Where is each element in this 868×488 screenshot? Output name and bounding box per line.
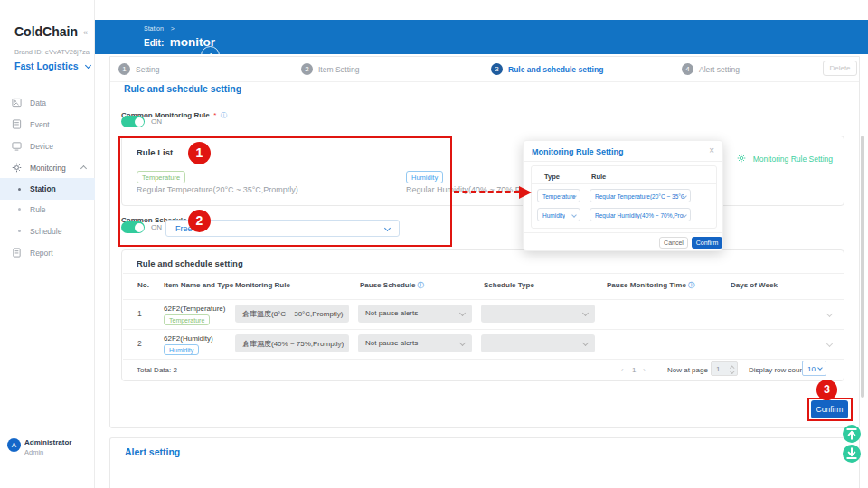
row-divider — [123, 329, 844, 330]
bullet-icon — [18, 188, 21, 191]
toggle-state-label: ON — [151, 117, 162, 126]
cell-item-name: 62F2(Humidity) — [164, 334, 213, 343]
breadcrumb: Station > — [144, 25, 175, 32]
col-header-rule: Monitoring Rule — [235, 281, 290, 289]
common-monitoring-rule-toggle[interactable] — [121, 116, 145, 127]
delete-button[interactable]: Delete — [823, 61, 857, 76]
step-1-label[interactable]: Setting — [136, 65, 159, 74]
user-role: Admin — [24, 448, 43, 456]
step-2-label[interactable]: Item Setting — [318, 65, 359, 74]
schedule-type-select[interactable] — [481, 334, 595, 352]
pause-schedule-select[interactable]: Not pause alerts — [358, 334, 472, 352]
step-3-circle: 3 — [491, 63, 503, 75]
data-icon — [12, 98, 22, 108]
now-at-page-label: Now at page — [667, 366, 708, 374]
col-header-days: Days of Week — [731, 281, 778, 289]
pause-schedule-select[interactable]: Not pause alerts — [358, 305, 472, 323]
info-icon[interactable]: ⓘ — [418, 281, 425, 289]
temperature-tag: Temperature — [164, 314, 210, 325]
avatar[interactable]: A — [7, 438, 21, 452]
sidebar-item-schedule[interactable]: Schedule — [0, 221, 95, 241]
footer-divider — [123, 359, 844, 360]
step-4-circle: 4 — [682, 63, 693, 75]
user-name: Administrator — [24, 438, 71, 446]
schedule-type-select[interactable] — [481, 305, 595, 323]
table-divider — [123, 273, 844, 274]
annotation-dashed-arrow — [454, 191, 519, 193]
sidebar-item-event[interactable]: Event — [0, 115, 95, 135]
type-select[interactable]: Humidity — [537, 208, 580, 221]
cell-no: 1 — [137, 309, 142, 318]
chevron-down-icon — [85, 62, 91, 69]
monitoring-rule-select[interactable]: 倉庫溫度(8°C ~ 30°C,Promptly) — [235, 305, 349, 323]
type-select[interactable]: Temperature — [537, 189, 580, 202]
page-title-prefix: Edit: — [144, 38, 164, 48]
vertical-scrollbar[interactable] — [861, 136, 864, 398]
annotation-box-confirm — [807, 398, 853, 421]
col-header-no: No. — [137, 281, 149, 289]
monitoring-rule-select[interactable]: 倉庫濕度(40% ~ 75%,Promptly) — [235, 334, 349, 352]
chevron-down-icon — [817, 365, 823, 371]
dialog-col-type: Type — [544, 173, 560, 181]
event-icon — [12, 119, 22, 129]
schedule-table-card: Rule and schedule setting No. Item Name … — [121, 249, 844, 381]
sidebar-item-data[interactable]: Data — [0, 93, 95, 113]
rule-select[interactable]: Regular Humidity(40% ~ 70%,Promptl... — [590, 208, 691, 221]
info-icon[interactable]: ⓘ — [688, 281, 695, 289]
humidity-tag: Humidity — [164, 344, 199, 355]
sidebar-item-station[interactable]: Station — [0, 178, 95, 200]
step-3-label[interactable]: Rule and schedule setting — [508, 65, 603, 74]
gear-icon — [737, 154, 746, 163]
row-expand-chevron-icon[interactable] — [826, 341, 833, 347]
sidebar-collapse-icon[interactable]: « — [83, 28, 88, 37]
info-icon[interactable]: ⓘ — [221, 111, 228, 119]
scroll-to-bottom-button[interactable] — [843, 445, 861, 463]
rule-select[interactable]: Regular Temperature(20°C ~ 35°C,Pr... — [590, 189, 691, 202]
steps-divider — [110, 81, 859, 82]
current-page[interactable]: 1 — [632, 366, 636, 374]
col-header-schedule-type: Schedule Type — [484, 281, 534, 289]
close-icon[interactable]: × — [709, 145, 714, 155]
chevron-down-icon — [571, 212, 577, 218]
report-icon — [12, 248, 22, 258]
section-title: Rule and schedule setting — [124, 83, 241, 94]
annotation-box-rule-schedule — [118, 136, 452, 247]
brand-selector[interactable]: Fast Logistics — [14, 57, 90, 73]
col-header-pause-time: Pause Monitoring Time ⓘ — [607, 281, 695, 290]
monitoring-rule-setting-dialog: Monitoring Rule Setting × Type Rule Temp… — [523, 140, 723, 251]
next-page-icon[interactable]: › — [643, 366, 646, 374]
sidebar-item-report[interactable]: Report — [0, 243, 95, 263]
arrow-to-top-icon — [843, 425, 861, 443]
chevron-down-icon — [582, 340, 589, 346]
dialog-divider — [524, 161, 722, 162]
col-header-pause: Pause Schedule ⓘ — [360, 281, 424, 290]
table-title: Rule and schedule setting — [137, 258, 243, 268]
dialog-confirm-button[interactable]: Confirm — [692, 237, 722, 249]
chevron-up-icon — [80, 165, 87, 172]
app-window: ColdChain « Brand ID: eVvATV26j7za Fast … — [0, 0, 868, 488]
row-expand-chevron-icon[interactable] — [826, 311, 833, 317]
sidebar-item-rule[interactable]: Rule — [0, 200, 95, 220]
alert-setting-card: Alert setting — [109, 437, 860, 488]
dialog-footer-divider — [524, 232, 722, 233]
spinner-down-icon[interactable] — [730, 369, 734, 373]
sidebar-item-monitoring[interactable]: Monitoring — [0, 158, 95, 178]
prev-page-icon[interactable]: ‹ — [621, 366, 624, 374]
sidebar-item-device[interactable]: Device — [0, 136, 95, 156]
page-header: ‹ Station > Edit: monitor — [95, 20, 868, 54]
toggle-knob — [135, 117, 144, 127]
total-data-label: Total Data: 2 — [137, 366, 177, 374]
dialog-table-divider — [532, 183, 716, 184]
dialog-title: Monitoring Rule Setting — [532, 147, 624, 156]
page-title-name: monitor — [170, 35, 215, 49]
page-number-input[interactable]: 1 — [711, 361, 738, 376]
breadcrumb-station[interactable]: Station — [144, 25, 164, 32]
scroll-to-top-button[interactable] — [843, 425, 861, 443]
dialog-rule-table: Type Rule Temperature Regular Temperatur… — [531, 165, 717, 229]
row-count-select[interactable]: 10 — [802, 361, 826, 376]
chevron-down-icon — [459, 310, 466, 316]
dialog-cancel-button[interactable]: Cancel — [659, 237, 688, 249]
step-4-label[interactable]: Alert setting — [699, 65, 740, 74]
annotation-circle-1: 1 — [188, 142, 211, 164]
dialog-col-rule: Rule — [591, 173, 606, 181]
